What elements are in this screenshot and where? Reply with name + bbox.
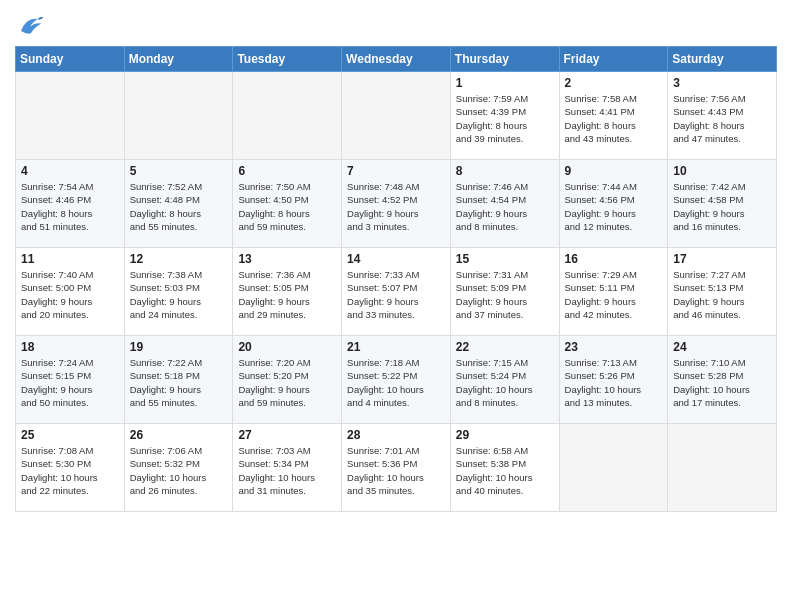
day-number: 14 — [347, 252, 445, 266]
calendar-day-cell: 13Sunrise: 7:36 AM Sunset: 5:05 PM Dayli… — [233, 248, 342, 336]
calendar-table: SundayMondayTuesdayWednesdayThursdayFrid… — [15, 46, 777, 512]
day-number: 23 — [565, 340, 663, 354]
day-number: 18 — [21, 340, 119, 354]
calendar-day-cell: 27Sunrise: 7:03 AM Sunset: 5:34 PM Dayli… — [233, 424, 342, 512]
calendar-day-cell: 6Sunrise: 7:50 AM Sunset: 4:50 PM Daylig… — [233, 160, 342, 248]
day-number: 25 — [21, 428, 119, 442]
calendar-day-cell: 19Sunrise: 7:22 AM Sunset: 5:18 PM Dayli… — [124, 336, 233, 424]
calendar-day-cell: 15Sunrise: 7:31 AM Sunset: 5:09 PM Dayli… — [450, 248, 559, 336]
day-number: 15 — [456, 252, 554, 266]
calendar-week-row: 11Sunrise: 7:40 AM Sunset: 5:00 PM Dayli… — [16, 248, 777, 336]
day-number: 8 — [456, 164, 554, 178]
calendar-week-row: 1Sunrise: 7:59 AM Sunset: 4:39 PM Daylig… — [16, 72, 777, 160]
calendar-day-header: Wednesday — [342, 47, 451, 72]
calendar-header-row: SundayMondayTuesdayWednesdayThursdayFrid… — [16, 47, 777, 72]
logo-icon — [15, 10, 45, 40]
day-info: Sunrise: 7:44 AM Sunset: 4:56 PM Dayligh… — [565, 180, 663, 233]
day-info: Sunrise: 7:40 AM Sunset: 5:00 PM Dayligh… — [21, 268, 119, 321]
day-number: 9 — [565, 164, 663, 178]
calendar-day-cell: 26Sunrise: 7:06 AM Sunset: 5:32 PM Dayli… — [124, 424, 233, 512]
day-number: 19 — [130, 340, 228, 354]
calendar-day-cell: 23Sunrise: 7:13 AM Sunset: 5:26 PM Dayli… — [559, 336, 668, 424]
day-info: Sunrise: 7:58 AM Sunset: 4:41 PM Dayligh… — [565, 92, 663, 145]
day-number: 20 — [238, 340, 336, 354]
calendar-day-cell: 29Sunrise: 6:58 AM Sunset: 5:38 PM Dayli… — [450, 424, 559, 512]
day-info: Sunrise: 7:27 AM Sunset: 5:13 PM Dayligh… — [673, 268, 771, 321]
day-info: Sunrise: 7:59 AM Sunset: 4:39 PM Dayligh… — [456, 92, 554, 145]
day-info: Sunrise: 7:56 AM Sunset: 4:43 PM Dayligh… — [673, 92, 771, 145]
calendar-day-cell: 14Sunrise: 7:33 AM Sunset: 5:07 PM Dayli… — [342, 248, 451, 336]
calendar-day-cell: 28Sunrise: 7:01 AM Sunset: 5:36 PM Dayli… — [342, 424, 451, 512]
calendar-week-row: 18Sunrise: 7:24 AM Sunset: 5:15 PM Dayli… — [16, 336, 777, 424]
day-info: Sunrise: 7:13 AM Sunset: 5:26 PM Dayligh… — [565, 356, 663, 409]
day-info: Sunrise: 7:50 AM Sunset: 4:50 PM Dayligh… — [238, 180, 336, 233]
calendar-day-cell: 22Sunrise: 7:15 AM Sunset: 5:24 PM Dayli… — [450, 336, 559, 424]
calendar-day-header: Monday — [124, 47, 233, 72]
calendar-day-cell: 11Sunrise: 7:40 AM Sunset: 5:00 PM Dayli… — [16, 248, 125, 336]
day-info: Sunrise: 7:33 AM Sunset: 5:07 PM Dayligh… — [347, 268, 445, 321]
calendar-day-cell: 7Sunrise: 7:48 AM Sunset: 4:52 PM Daylig… — [342, 160, 451, 248]
day-number: 26 — [130, 428, 228, 442]
calendar-week-row: 4Sunrise: 7:54 AM Sunset: 4:46 PM Daylig… — [16, 160, 777, 248]
day-info: Sunrise: 7:38 AM Sunset: 5:03 PM Dayligh… — [130, 268, 228, 321]
day-number: 12 — [130, 252, 228, 266]
day-info: Sunrise: 7:29 AM Sunset: 5:11 PM Dayligh… — [565, 268, 663, 321]
calendar-day-cell: 10Sunrise: 7:42 AM Sunset: 4:58 PM Dayli… — [668, 160, 777, 248]
calendar-day-cell: 21Sunrise: 7:18 AM Sunset: 5:22 PM Dayli… — [342, 336, 451, 424]
day-info: Sunrise: 7:31 AM Sunset: 5:09 PM Dayligh… — [456, 268, 554, 321]
calendar-day-header: Thursday — [450, 47, 559, 72]
calendar-day-cell: 25Sunrise: 7:08 AM Sunset: 5:30 PM Dayli… — [16, 424, 125, 512]
calendar-day-cell — [16, 72, 125, 160]
day-number: 29 — [456, 428, 554, 442]
calendar-day-cell: 8Sunrise: 7:46 AM Sunset: 4:54 PM Daylig… — [450, 160, 559, 248]
day-number: 27 — [238, 428, 336, 442]
calendar-day-cell: 17Sunrise: 7:27 AM Sunset: 5:13 PM Dayli… — [668, 248, 777, 336]
day-number: 3 — [673, 76, 771, 90]
day-number: 6 — [238, 164, 336, 178]
calendar-day-cell — [233, 72, 342, 160]
day-info: Sunrise: 7:24 AM Sunset: 5:15 PM Dayligh… — [21, 356, 119, 409]
day-info: Sunrise: 7:54 AM Sunset: 4:46 PM Dayligh… — [21, 180, 119, 233]
day-number: 10 — [673, 164, 771, 178]
day-info: Sunrise: 7:42 AM Sunset: 4:58 PM Dayligh… — [673, 180, 771, 233]
day-number: 22 — [456, 340, 554, 354]
calendar-day-header: Tuesday — [233, 47, 342, 72]
calendar-day-header: Sunday — [16, 47, 125, 72]
calendar-day-header: Saturday — [668, 47, 777, 72]
day-info: Sunrise: 7:03 AM Sunset: 5:34 PM Dayligh… — [238, 444, 336, 497]
calendar-week-row: 25Sunrise: 7:08 AM Sunset: 5:30 PM Dayli… — [16, 424, 777, 512]
day-info: Sunrise: 7:08 AM Sunset: 5:30 PM Dayligh… — [21, 444, 119, 497]
day-number: 16 — [565, 252, 663, 266]
calendar-day-cell: 18Sunrise: 7:24 AM Sunset: 5:15 PM Dayli… — [16, 336, 125, 424]
day-info: Sunrise: 7:52 AM Sunset: 4:48 PM Dayligh… — [130, 180, 228, 233]
calendar-day-cell: 9Sunrise: 7:44 AM Sunset: 4:56 PM Daylig… — [559, 160, 668, 248]
day-info: Sunrise: 7:01 AM Sunset: 5:36 PM Dayligh… — [347, 444, 445, 497]
calendar-day-cell: 4Sunrise: 7:54 AM Sunset: 4:46 PM Daylig… — [16, 160, 125, 248]
calendar-day-cell: 16Sunrise: 7:29 AM Sunset: 5:11 PM Dayli… — [559, 248, 668, 336]
calendar-day-cell — [668, 424, 777, 512]
calendar-day-cell: 5Sunrise: 7:52 AM Sunset: 4:48 PM Daylig… — [124, 160, 233, 248]
calendar-day-cell: 2Sunrise: 7:58 AM Sunset: 4:41 PM Daylig… — [559, 72, 668, 160]
day-number: 24 — [673, 340, 771, 354]
day-info: Sunrise: 7:46 AM Sunset: 4:54 PM Dayligh… — [456, 180, 554, 233]
day-number: 13 — [238, 252, 336, 266]
day-number: 21 — [347, 340, 445, 354]
calendar-day-cell — [559, 424, 668, 512]
calendar-day-cell: 24Sunrise: 7:10 AM Sunset: 5:28 PM Dayli… — [668, 336, 777, 424]
header — [15, 10, 777, 40]
day-info: Sunrise: 7:20 AM Sunset: 5:20 PM Dayligh… — [238, 356, 336, 409]
calendar-day-cell: 3Sunrise: 7:56 AM Sunset: 4:43 PM Daylig… — [668, 72, 777, 160]
calendar-day-cell — [124, 72, 233, 160]
day-number: 17 — [673, 252, 771, 266]
day-number: 11 — [21, 252, 119, 266]
calendar-day-cell: 1Sunrise: 7:59 AM Sunset: 4:39 PM Daylig… — [450, 72, 559, 160]
day-number: 1 — [456, 76, 554, 90]
day-info: Sunrise: 7:48 AM Sunset: 4:52 PM Dayligh… — [347, 180, 445, 233]
day-info: Sunrise: 7:15 AM Sunset: 5:24 PM Dayligh… — [456, 356, 554, 409]
day-number: 2 — [565, 76, 663, 90]
logo — [15, 10, 49, 40]
calendar-day-header: Friday — [559, 47, 668, 72]
day-number: 4 — [21, 164, 119, 178]
day-number: 28 — [347, 428, 445, 442]
day-info: Sunrise: 7:18 AM Sunset: 5:22 PM Dayligh… — [347, 356, 445, 409]
